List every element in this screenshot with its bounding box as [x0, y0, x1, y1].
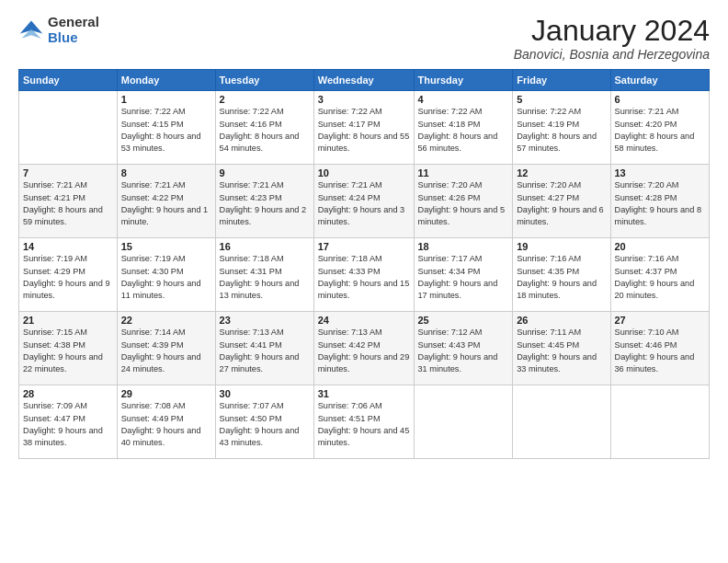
- daylight-label: Daylight: 8 hours and 55 minutes.: [318, 132, 410, 153]
- sunrise-label: Sunrise: 7:13 AM: [318, 327, 382, 337]
- sunrise-label: Sunrise: 7:21 AM: [615, 107, 679, 116]
- header-tuesday: Tuesday: [215, 70, 313, 91]
- calendar-cell-w4-d4: [414, 385, 513, 459]
- sunset-label: Sunset: 4:51 PM: [318, 414, 381, 423]
- header-sunday: Sunday: [19, 70, 118, 91]
- sunset-label: Sunset: 4:22 PM: [121, 193, 184, 202]
- week-row-4: 28 Sunrise: 7:09 AM Sunset: 4:47 PM Dayl…: [19, 385, 710, 459]
- sunrise-label: Sunrise: 7:10 AM: [615, 327, 679, 337]
- day-number: 3: [318, 94, 410, 105]
- day-number: 30: [220, 388, 310, 399]
- daylight-label: Daylight: 9 hours and 2 minutes.: [220, 205, 307, 226]
- day-number: 27: [615, 315, 706, 326]
- day-number: 9: [220, 167, 310, 178]
- week-row-1: 7 Sunrise: 7:21 AM Sunset: 4:21 PM Dayli…: [19, 165, 710, 238]
- sunset-label: Sunset: 4:18 PM: [418, 120, 481, 129]
- day-info: Sunrise: 7:21 AM Sunset: 4:24 PM Dayligh…: [318, 179, 410, 228]
- sunrise-label: Sunrise: 7:20 AM: [418, 180, 483, 190]
- sunrise-label: Sunrise: 7:07 AM: [220, 401, 284, 410]
- calendar-cell-w2-d5: 19 Sunrise: 7:16 AM Sunset: 4:35 PM Dayl…: [513, 238, 610, 312]
- sunset-label: Sunset: 4:20 PM: [615, 120, 677, 129]
- day-number: 24: [318, 315, 410, 326]
- day-number: 21: [23, 315, 113, 326]
- day-info: Sunrise: 7:18 AM Sunset: 4:33 PM Dayligh…: [318, 253, 410, 302]
- daylight-label: Daylight: 9 hours and 6 minutes.: [517, 205, 604, 226]
- sunset-label: Sunset: 4:45 PM: [517, 340, 579, 350]
- calendar-cell-w1-d5: 12 Sunrise: 7:20 AM Sunset: 4:27 PM Dayl…: [513, 165, 610, 238]
- day-info: Sunrise: 7:07 AM Sunset: 4:50 PM Dayligh…: [220, 400, 310, 449]
- day-number: 11: [418, 167, 509, 178]
- day-info: Sunrise: 7:16 AM Sunset: 4:35 PM Dayligh…: [517, 253, 606, 302]
- calendar-cell-w3-d2: 23 Sunrise: 7:13 AM Sunset: 4:41 PM Dayl…: [215, 312, 313, 385]
- header-thursday: Thursday: [414, 70, 513, 91]
- daylight-label: Daylight: 8 hours and 56 minutes.: [418, 132, 498, 153]
- sunrise-label: Sunrise: 7:19 AM: [121, 254, 186, 263]
- day-info: Sunrise: 7:22 AM Sunset: 4:18 PM Dayligh…: [418, 106, 509, 155]
- day-info: Sunrise: 7:06 AM Sunset: 4:51 PM Dayligh…: [318, 400, 410, 449]
- day-number: 13: [615, 167, 706, 178]
- sunset-label: Sunset: 4:46 PM: [615, 340, 677, 350]
- day-info: Sunrise: 7:22 AM Sunset: 4:19 PM Dayligh…: [517, 106, 606, 155]
- daylight-label: Daylight: 9 hours and 18 minutes.: [517, 279, 597, 300]
- daylight-label: Daylight: 9 hours and 22 minutes.: [23, 352, 103, 373]
- day-info: Sunrise: 7:20 AM Sunset: 4:27 PM Dayligh…: [517, 179, 606, 228]
- calendar-cell-w0-d2: 2 Sunrise: 7:22 AM Sunset: 4:16 PM Dayli…: [215, 91, 313, 165]
- day-info: Sunrise: 7:22 AM Sunset: 4:16 PM Dayligh…: [220, 106, 310, 155]
- calendar-cell-w1-d3: 10 Sunrise: 7:21 AM Sunset: 4:24 PM Dayl…: [313, 165, 414, 238]
- calendar-cell-w4-d1: 29 Sunrise: 7:08 AM Sunset: 4:49 PM Dayl…: [117, 385, 215, 459]
- sunset-label: Sunset: 4:19 PM: [517, 120, 579, 129]
- calendar-cell-w2-d6: 20 Sunrise: 7:16 AM Sunset: 4:37 PM Dayl…: [610, 238, 710, 312]
- sunset-label: Sunset: 4:17 PM: [318, 120, 381, 129]
- sunset-label: Sunset: 4:15 PM: [121, 120, 184, 129]
- daylight-label: Daylight: 9 hours and 5 minutes.: [418, 205, 506, 226]
- sunrise-label: Sunrise: 7:20 AM: [517, 180, 581, 190]
- calendar-location: Banovici, Bosnia and Herzegovina: [514, 47, 710, 62]
- calendar-cell-w0-d0: [19, 91, 118, 165]
- day-info: Sunrise: 7:11 AM Sunset: 4:45 PM Dayligh…: [517, 327, 606, 375]
- day-info: Sunrise: 7:19 AM Sunset: 4:30 PM Dayligh…: [121, 253, 211, 302]
- calendar-table: Sunday Monday Tuesday Wednesday Thursday…: [18, 69, 710, 459]
- calendar-cell-w2-d0: 14 Sunrise: 7:19 AM Sunset: 4:29 PM Dayl…: [19, 238, 118, 312]
- daylight-label: Daylight: 8 hours and 53 minutes.: [121, 132, 201, 153]
- day-info: Sunrise: 7:10 AM Sunset: 4:46 PM Dayligh…: [615, 327, 706, 375]
- sunset-label: Sunset: 4:41 PM: [220, 340, 282, 350]
- sunset-label: Sunset: 4:28 PM: [615, 193, 677, 202]
- daylight-label: Daylight: 9 hours and 9 minutes.: [23, 279, 110, 300]
- sunrise-label: Sunrise: 7:11 AM: [517, 327, 581, 337]
- sunset-label: Sunset: 4:16 PM: [220, 120, 282, 129]
- week-row-3: 21 Sunrise: 7:15 AM Sunset: 4:38 PM Dayl…: [19, 312, 710, 385]
- sunset-label: Sunset: 4:42 PM: [318, 340, 381, 350]
- sunrise-label: Sunrise: 7:21 AM: [318, 180, 382, 190]
- sunrise-label: Sunrise: 7:19 AM: [23, 254, 87, 263]
- day-number: 6: [615, 94, 706, 105]
- daylight-label: Daylight: 9 hours and 20 minutes.: [615, 279, 695, 300]
- sunset-label: Sunset: 4:23 PM: [220, 193, 282, 202]
- day-number: 26: [517, 315, 606, 326]
- sunrise-label: Sunrise: 7:13 AM: [220, 327, 284, 337]
- day-number: 19: [517, 241, 606, 252]
- calendar-cell-w2-d4: 18 Sunrise: 7:17 AM Sunset: 4:34 PM Dayl…: [414, 238, 513, 312]
- day-number: 8: [121, 167, 211, 178]
- sunrise-label: Sunrise: 7:15 AM: [23, 327, 87, 337]
- daylight-label: Daylight: 8 hours and 59 minutes.: [23, 205, 103, 226]
- calendar-cell-w4-d6: [610, 385, 710, 459]
- calendar-cell-w3-d3: 24 Sunrise: 7:13 AM Sunset: 4:42 PM Dayl…: [313, 312, 414, 385]
- sunrise-label: Sunrise: 7:17 AM: [418, 254, 483, 263]
- sunrise-label: Sunrise: 7:16 AM: [615, 254, 679, 263]
- sunrise-label: Sunrise: 7:21 AM: [121, 180, 186, 190]
- header: General Blue January 2024 Banovici, Bosn…: [18, 15, 710, 62]
- calendar-cell-w3-d0: 21 Sunrise: 7:15 AM Sunset: 4:38 PM Dayl…: [19, 312, 118, 385]
- daylight-label: Daylight: 9 hours and 38 minutes.: [23, 426, 103, 447]
- sunrise-label: Sunrise: 7:22 AM: [121, 107, 186, 116]
- daylight-label: Daylight: 9 hours and 8 minutes.: [615, 205, 702, 226]
- title-block: January 2024 Banovici, Bosnia and Herzeg…: [514, 15, 710, 62]
- day-number: 18: [418, 241, 509, 252]
- sunset-label: Sunset: 4:49 PM: [121, 414, 184, 423]
- sunset-label: Sunset: 4:29 PM: [23, 267, 85, 276]
- weekday-header-row: Sunday Monday Tuesday Wednesday Thursday…: [19, 70, 710, 91]
- calendar-cell-w0-d1: 1 Sunrise: 7:22 AM Sunset: 4:15 PM Dayli…: [117, 91, 215, 165]
- page: General Blue January 2024 Banovici, Bosn…: [0, 0, 728, 563]
- day-info: Sunrise: 7:20 AM Sunset: 4:26 PM Dayligh…: [418, 179, 509, 228]
- day-number: 10: [318, 167, 410, 178]
- day-number: 20: [615, 241, 706, 252]
